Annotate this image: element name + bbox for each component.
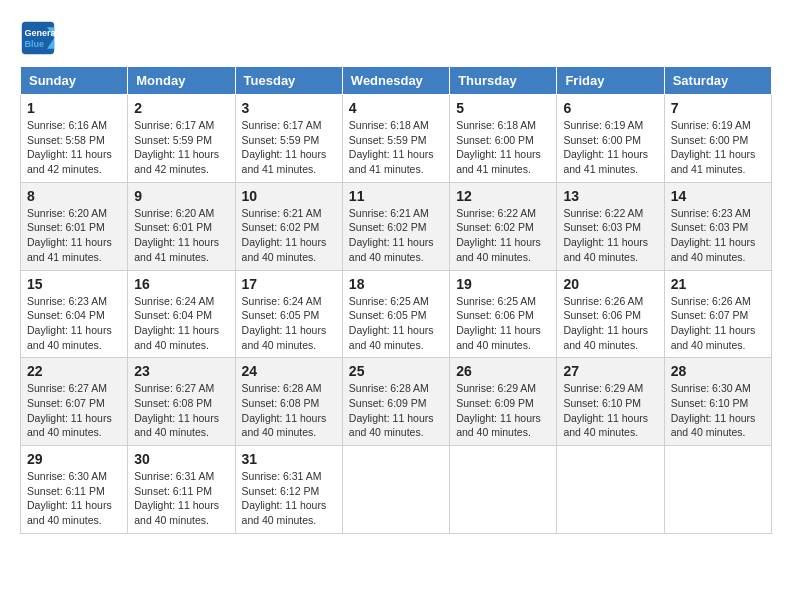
calendar-header-wednesday: Wednesday	[342, 67, 449, 95]
day-info: Sunrise: 6:30 AMSunset: 6:10 PMDaylight:…	[671, 382, 756, 438]
calendar-cell: 21 Sunrise: 6:26 AMSunset: 6:07 PMDaylig…	[664, 270, 771, 358]
calendar-cell: 13 Sunrise: 6:22 AMSunset: 6:03 PMDaylig…	[557, 182, 664, 270]
calendar-cell: 16 Sunrise: 6:24 AMSunset: 6:04 PMDaylig…	[128, 270, 235, 358]
day-info: Sunrise: 6:26 AMSunset: 6:06 PMDaylight:…	[563, 295, 648, 351]
day-number: 8	[27, 188, 121, 204]
calendar-header-friday: Friday	[557, 67, 664, 95]
calendar-header-sunday: Sunday	[21, 67, 128, 95]
day-info: Sunrise: 6:22 AMSunset: 6:03 PMDaylight:…	[563, 207, 648, 263]
day-info: Sunrise: 6:27 AMSunset: 6:08 PMDaylight:…	[134, 382, 219, 438]
day-number: 4	[349, 100, 443, 116]
day-number: 22	[27, 363, 121, 379]
day-number: 7	[671, 100, 765, 116]
calendar-cell: 20 Sunrise: 6:26 AMSunset: 6:06 PMDaylig…	[557, 270, 664, 358]
day-info: Sunrise: 6:29 AMSunset: 6:09 PMDaylight:…	[456, 382, 541, 438]
day-info: Sunrise: 6:30 AMSunset: 6:11 PMDaylight:…	[27, 470, 112, 526]
calendar-cell: 9 Sunrise: 6:20 AMSunset: 6:01 PMDayligh…	[128, 182, 235, 270]
day-info: Sunrise: 6:17 AMSunset: 5:59 PMDaylight:…	[134, 119, 219, 175]
day-info: Sunrise: 6:29 AMSunset: 6:10 PMDaylight:…	[563, 382, 648, 438]
general-blue-logo-icon: General Blue	[20, 20, 56, 56]
day-info: Sunrise: 6:25 AMSunset: 6:05 PMDaylight:…	[349, 295, 434, 351]
svg-text:Blue: Blue	[25, 39, 45, 49]
day-info: Sunrise: 6:25 AMSunset: 6:06 PMDaylight:…	[456, 295, 541, 351]
calendar-header-tuesday: Tuesday	[235, 67, 342, 95]
calendar-cell: 14 Sunrise: 6:23 AMSunset: 6:03 PMDaylig…	[664, 182, 771, 270]
calendar-cell: 29 Sunrise: 6:30 AMSunset: 6:11 PMDaylig…	[21, 446, 128, 534]
svg-text:General: General	[25, 28, 57, 38]
day-number: 14	[671, 188, 765, 204]
calendar-table: SundayMondayTuesdayWednesdayThursdayFrid…	[20, 66, 772, 534]
day-number: 1	[27, 100, 121, 116]
calendar-cell: 1 Sunrise: 6:16 AMSunset: 5:58 PMDayligh…	[21, 95, 128, 183]
day-info: Sunrise: 6:17 AMSunset: 5:59 PMDaylight:…	[242, 119, 327, 175]
day-number: 24	[242, 363, 336, 379]
day-number: 26	[456, 363, 550, 379]
calendar-cell: 26 Sunrise: 6:29 AMSunset: 6:09 PMDaylig…	[450, 358, 557, 446]
day-number: 9	[134, 188, 228, 204]
day-info: Sunrise: 6:24 AMSunset: 6:05 PMDaylight:…	[242, 295, 327, 351]
day-number: 25	[349, 363, 443, 379]
day-number: 12	[456, 188, 550, 204]
day-number: 6	[563, 100, 657, 116]
day-info: Sunrise: 6:31 AMSunset: 6:12 PMDaylight:…	[242, 470, 327, 526]
day-info: Sunrise: 6:27 AMSunset: 6:07 PMDaylight:…	[27, 382, 112, 438]
day-info: Sunrise: 6:28 AMSunset: 6:08 PMDaylight:…	[242, 382, 327, 438]
day-number: 15	[27, 276, 121, 292]
calendar-cell: 15 Sunrise: 6:23 AMSunset: 6:04 PMDaylig…	[21, 270, 128, 358]
calendar-cell: 24 Sunrise: 6:28 AMSunset: 6:08 PMDaylig…	[235, 358, 342, 446]
calendar-cell: 25 Sunrise: 6:28 AMSunset: 6:09 PMDaylig…	[342, 358, 449, 446]
day-info: Sunrise: 6:16 AMSunset: 5:58 PMDaylight:…	[27, 119, 112, 175]
calendar-week-row: 15 Sunrise: 6:23 AMSunset: 6:04 PMDaylig…	[21, 270, 772, 358]
calendar-cell: 7 Sunrise: 6:19 AMSunset: 6:00 PMDayligh…	[664, 95, 771, 183]
day-number: 28	[671, 363, 765, 379]
day-info: Sunrise: 6:23 AMSunset: 6:03 PMDaylight:…	[671, 207, 756, 263]
calendar-header-thursday: Thursday	[450, 67, 557, 95]
day-info: Sunrise: 6:18 AMSunset: 6:00 PMDaylight:…	[456, 119, 541, 175]
day-number: 29	[27, 451, 121, 467]
day-number: 20	[563, 276, 657, 292]
day-number: 31	[242, 451, 336, 467]
calendar-cell: 17 Sunrise: 6:24 AMSunset: 6:05 PMDaylig…	[235, 270, 342, 358]
logo: General Blue	[20, 20, 60, 56]
day-info: Sunrise: 6:21 AMSunset: 6:02 PMDaylight:…	[349, 207, 434, 263]
day-info: Sunrise: 6:20 AMSunset: 6:01 PMDaylight:…	[27, 207, 112, 263]
calendar-cell: 10 Sunrise: 6:21 AMSunset: 6:02 PMDaylig…	[235, 182, 342, 270]
day-info: Sunrise: 6:24 AMSunset: 6:04 PMDaylight:…	[134, 295, 219, 351]
day-number: 18	[349, 276, 443, 292]
calendar-header-saturday: Saturday	[664, 67, 771, 95]
calendar-cell	[342, 446, 449, 534]
calendar-cell: 19 Sunrise: 6:25 AMSunset: 6:06 PMDaylig…	[450, 270, 557, 358]
day-number: 27	[563, 363, 657, 379]
day-number: 2	[134, 100, 228, 116]
day-number: 11	[349, 188, 443, 204]
calendar-cell: 28 Sunrise: 6:30 AMSunset: 6:10 PMDaylig…	[664, 358, 771, 446]
day-info: Sunrise: 6:20 AMSunset: 6:01 PMDaylight:…	[134, 207, 219, 263]
calendar-header-row: SundayMondayTuesdayWednesdayThursdayFrid…	[21, 67, 772, 95]
day-info: Sunrise: 6:28 AMSunset: 6:09 PMDaylight:…	[349, 382, 434, 438]
calendar-week-row: 22 Sunrise: 6:27 AMSunset: 6:07 PMDaylig…	[21, 358, 772, 446]
day-number: 21	[671, 276, 765, 292]
day-info: Sunrise: 6:21 AMSunset: 6:02 PMDaylight:…	[242, 207, 327, 263]
day-number: 10	[242, 188, 336, 204]
calendar-week-row: 29 Sunrise: 6:30 AMSunset: 6:11 PMDaylig…	[21, 446, 772, 534]
calendar-cell	[450, 446, 557, 534]
day-info: Sunrise: 6:19 AMSunset: 6:00 PMDaylight:…	[671, 119, 756, 175]
calendar-cell: 18 Sunrise: 6:25 AMSunset: 6:05 PMDaylig…	[342, 270, 449, 358]
calendar-cell: 11 Sunrise: 6:21 AMSunset: 6:02 PMDaylig…	[342, 182, 449, 270]
calendar-cell	[557, 446, 664, 534]
calendar-cell: 3 Sunrise: 6:17 AMSunset: 5:59 PMDayligh…	[235, 95, 342, 183]
calendar-week-row: 8 Sunrise: 6:20 AMSunset: 6:01 PMDayligh…	[21, 182, 772, 270]
calendar-week-row: 1 Sunrise: 6:16 AMSunset: 5:58 PMDayligh…	[21, 95, 772, 183]
calendar-cell: 6 Sunrise: 6:19 AMSunset: 6:00 PMDayligh…	[557, 95, 664, 183]
calendar-cell	[664, 446, 771, 534]
calendar-cell: 4 Sunrise: 6:18 AMSunset: 5:59 PMDayligh…	[342, 95, 449, 183]
day-info: Sunrise: 6:23 AMSunset: 6:04 PMDaylight:…	[27, 295, 112, 351]
day-number: 23	[134, 363, 228, 379]
page-header: General Blue	[20, 20, 772, 56]
day-info: Sunrise: 6:18 AMSunset: 5:59 PMDaylight:…	[349, 119, 434, 175]
day-number: 30	[134, 451, 228, 467]
day-info: Sunrise: 6:26 AMSunset: 6:07 PMDaylight:…	[671, 295, 756, 351]
day-number: 16	[134, 276, 228, 292]
day-number: 5	[456, 100, 550, 116]
calendar-cell: 5 Sunrise: 6:18 AMSunset: 6:00 PMDayligh…	[450, 95, 557, 183]
